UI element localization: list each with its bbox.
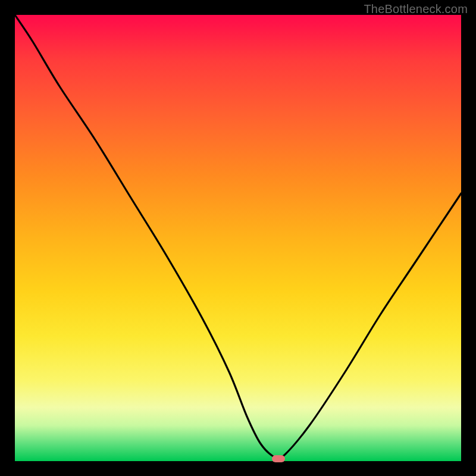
curve-svg — [15, 15, 461, 461]
plot-area — [15, 15, 461, 461]
optimal-marker — [272, 455, 285, 462]
watermark-text: TheBottleneck.com — [364, 2, 468, 16]
chart-stage: TheBottleneck.com — [0, 0, 476, 476]
bottleneck-curve — [15, 15, 461, 459]
